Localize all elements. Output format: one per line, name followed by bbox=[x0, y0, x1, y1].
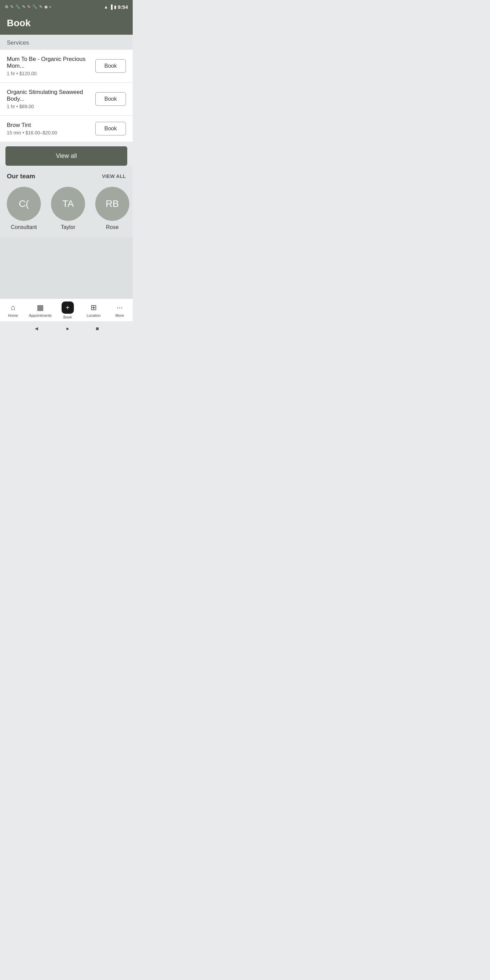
nav-item-book[interactable]: + Book bbox=[57, 301, 78, 319]
tool-icon-4: ✎ bbox=[27, 5, 30, 9]
service-item-3: Brow Tint 15 min • $16.00–$20.00 Book bbox=[0, 116, 133, 142]
gear-icon: ⚙ bbox=[5, 5, 8, 9]
page-title: Book bbox=[7, 18, 126, 29]
team-members-list: C( Consultant TA Taylor RB Rose bbox=[0, 184, 133, 237]
home-icon: ⌂ bbox=[11, 303, 15, 312]
tool-icon-1: ✎ bbox=[10, 5, 14, 9]
team-title: Our team bbox=[7, 172, 35, 180]
service-meta-3: 15 min • $16.00–$20.00 bbox=[7, 130, 90, 135]
service-meta-2: 1 hr • $89.00 bbox=[7, 104, 90, 109]
nav-label-more: More bbox=[115, 313, 124, 318]
nav-label-appointments: Appointments bbox=[29, 313, 52, 318]
bottom-navigation: ⌂ Home ▦ Appointments + Book ⊞ Location … bbox=[0, 298, 133, 321]
service-item-2: Organic Stimulating Seaweed Body... 1 hr… bbox=[0, 83, 133, 116]
circle-icon: ◉ bbox=[44, 5, 48, 9]
team-view-all-button[interactable]: VIEW ALL bbox=[102, 173, 126, 179]
service-meta-1: 1 hr • $120.00 bbox=[7, 71, 90, 76]
service-item-1: Mum To Be - Organic Precious Mom... 1 hr… bbox=[0, 50, 133, 83]
team-section: Our team VIEW ALL C( Consultant TA Taylo… bbox=[0, 166, 133, 237]
service-name-1: Mum To Be - Organic Precious Mom... bbox=[7, 56, 90, 69]
tool-icon-6: ✎ bbox=[39, 5, 43, 9]
service-name-3: Brow Tint bbox=[7, 122, 90, 129]
member-name-taylor: Taylor bbox=[61, 224, 76, 231]
status-time: 9:54 bbox=[118, 4, 128, 10]
battery-icon: ▮ bbox=[114, 5, 116, 10]
nav-label-location: Location bbox=[86, 313, 101, 318]
team-member-rose[interactable]: RB Rose bbox=[95, 187, 129, 231]
service-info-1: Mum To Be - Organic Precious Mom... 1 hr… bbox=[7, 56, 95, 76]
service-info-2: Organic Stimulating Seaweed Body... 1 hr… bbox=[7, 89, 95, 109]
team-member-consultant[interactable]: C( Consultant bbox=[7, 187, 41, 231]
location-icon: ⊞ bbox=[91, 303, 97, 312]
book-center-icon: + bbox=[62, 301, 74, 314]
book-button-3[interactable]: Book bbox=[95, 122, 126, 135]
service-info-3: Brow Tint 15 min • $16.00–$20.00 bbox=[7, 122, 95, 135]
tool-icon-5: 🔧 bbox=[32, 5, 37, 9]
member-name-rose: Rose bbox=[106, 224, 118, 231]
gray-filler-area bbox=[0, 237, 133, 298]
android-home-button[interactable]: ● bbox=[66, 326, 69, 332]
tool-icon-3: ✎ bbox=[22, 5, 25, 9]
team-member-taylor[interactable]: TA Taylor bbox=[51, 187, 85, 231]
tool-icon-2: 🔧 bbox=[15, 5, 21, 9]
nav-label-home: Home bbox=[8, 313, 18, 318]
member-name-consultant: Consultant bbox=[11, 224, 37, 231]
book-button-1[interactable]: Book bbox=[95, 59, 126, 73]
view-all-button[interactable]: View all bbox=[5, 146, 127, 166]
avatar-consultant: C( bbox=[7, 187, 41, 221]
android-back-button[interactable]: ◄ bbox=[34, 326, 39, 332]
nav-item-appointments[interactable]: ▦ Appointments bbox=[29, 303, 52, 318]
memory-icon: ▪ bbox=[49, 5, 51, 9]
nav-item-home[interactable]: ⌂ Home bbox=[3, 303, 23, 318]
nav-item-location[interactable]: ⊞ Location bbox=[83, 303, 104, 318]
appointments-icon: ▦ bbox=[37, 303, 44, 312]
service-name-2: Organic Stimulating Seaweed Body... bbox=[7, 89, 90, 102]
status-icons-right: ▲ ▐ ▮ 9:54 bbox=[104, 4, 128, 10]
nav-item-more[interactable]: ··· More bbox=[110, 303, 130, 318]
signal-icon: ▐ bbox=[110, 5, 113, 10]
services-section-label: Services bbox=[0, 35, 133, 50]
wifi-icon: ▲ bbox=[104, 5, 108, 10]
avatar-taylor: TA bbox=[51, 187, 85, 221]
android-nav-bar: ◄ ● ■ bbox=[0, 321, 133, 336]
services-list: Mum To Be - Organic Precious Mom... 1 hr… bbox=[0, 50, 133, 142]
status-icons-left: ⚙ ✎ 🔧 ✎ ✎ 🔧 ✎ ◉ ▪ bbox=[5, 5, 51, 9]
team-header: Our team VIEW ALL bbox=[0, 167, 133, 184]
nav-label-book: Book bbox=[63, 315, 72, 319]
status-bar: ⚙ ✎ 🔧 ✎ ✎ 🔧 ✎ ◉ ▪ ▲ ▐ ▮ 9:54 bbox=[0, 0, 133, 14]
android-recent-button[interactable]: ■ bbox=[95, 326, 99, 332]
app-header: Book bbox=[0, 14, 133, 35]
avatar-rose: RB bbox=[95, 187, 129, 221]
book-button-2[interactable]: Book bbox=[95, 92, 126, 106]
more-icon: ··· bbox=[117, 303, 123, 312]
